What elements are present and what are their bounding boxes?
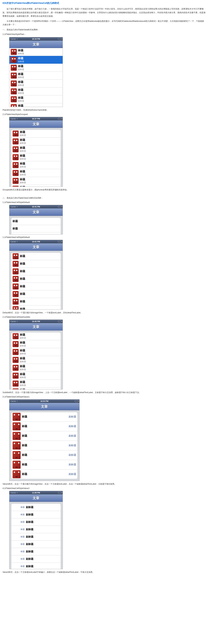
cell-text-label: 标题 <box>18 96 61 100</box>
table-row[interactable]: 标题副标题 <box>11 431 78 441</box>
table-row[interactable]: 标题 <box>11 275 61 283</box>
table-row[interactable]: 标题副标题 <box>11 130 61 138</box>
cell-image <box>12 253 19 259</box>
table-row[interactable]: 标题副标题 <box>9 96 63 103</box>
table-row[interactable]: 标题副标题 <box>11 356 61 364</box>
table-row[interactable]: 标题副标题 <box>11 138 61 146</box>
cell-detail-label: 副标题 <box>18 52 61 55</box>
table-row[interactable]: 标题 <box>11 218 61 225</box>
table-row[interactable]: 标题 <box>11 298 61 306</box>
table-row[interactable]: 标题副标题 <box>9 64 63 72</box>
status-bar: Carrier ᯤ10:45 PM <box>9 320 63 323</box>
table-row[interactable]: 标题副标题 <box>11 380 61 388</box>
table-row[interactable]: 标题副标题 <box>11 526 61 533</box>
table-row[interactable]: 标题 <box>11 252 61 260</box>
table-row[interactable]: 标题副标题 <box>11 372 61 380</box>
table-row[interactable]: 标题副标题 <box>11 533 61 540</box>
status-bar: Carrier ᯤ10:41 PM <box>9 205 63 208</box>
cell-detail-label: 副标题 <box>20 134 59 137</box>
table-row[interactable]: 标题副标题 <box>11 348 61 356</box>
table-row[interactable]: 标题副标题 <box>11 540 61 548</box>
phone-plain: Carrier ᯤ10:34 PM 文章 标题副标题标题副标题标题副标题标题副标… <box>9 37 63 107</box>
cell-text-label: 标题 <box>20 349 59 352</box>
tableview-value2[interactable]: 标题副标题标题副标题标题副标题标题副标题标题副标题标题副标题标题副标题标题副标题… <box>9 502 63 569</box>
table-row[interactable]: 标题副标题 <box>11 161 61 169</box>
subtitle-desc: Subtitle样式：左边一个显示图片的imageView，上边一个主标题tex… <box>2 391 206 394</box>
tableview-value1[interactable]: 标题副标题标题副标题标题副标题标题副标题标题副标题标题副标题标题副标题 <box>9 410 79 481</box>
table-row[interactable]: 标题副标题 <box>9 88 63 96</box>
default-desc: Default样式：左边一个显示图片的imageView，一个标题textLab… <box>2 311 206 314</box>
cell-image <box>12 298 19 304</box>
table-row[interactable]: 标题副标题 <box>11 177 61 185</box>
cell-detail-label: 副标题 <box>26 520 33 524</box>
table-row[interactable]: 标题副标题 <box>11 555 61 563</box>
table-row[interactable]: 标题副标题 <box>11 511 61 518</box>
cell-text-label: 标题 <box>20 372 59 376</box>
table-row[interactable]: 标题 <box>11 225 61 232</box>
cell-text-label: 标题 <box>22 415 69 418</box>
table-row[interactable]: 标题副标题 <box>11 450 78 460</box>
table-row[interactable]: 标题副标题 <box>11 518 61 526</box>
battery-icon <box>58 38 62 40</box>
table-row[interactable]: 标题 <box>11 268 61 275</box>
cell-value1-label: 3.UITableViewCellStyleValue1: <box>2 396 206 398</box>
tableview-plain[interactable]: 标题副标题标题副标题标题副标题标题副标题标题副标题标题副标题标题副标题标题副标题… <box>9 48 63 107</box>
cell-image <box>11 57 17 63</box>
table-row[interactable]: 标题副标题 <box>9 72 63 80</box>
cell-detail-label: 副标题 <box>26 513 33 516</box>
tableview-subtitle[interactable]: 标题副标题标题副标题标题副标题标题副标题标题副标题标题副标题标题副标题标题副标题 <box>9 330 63 389</box>
table-row[interactable]: 标题 <box>11 290 61 298</box>
table-row[interactable]: 标题副标题 <box>9 80 63 88</box>
cell-text-label: 标题 <box>13 565 25 568</box>
cell-text-label: 标题 <box>22 434 69 438</box>
battery-icon <box>58 492 62 494</box>
table-row[interactable]: 标题副标题 <box>11 332 61 340</box>
table-row[interactable]: 标题副标题 <box>11 169 61 177</box>
table-row[interactable]: 标题副标题 <box>11 460 78 470</box>
cell-text-label: 标题 <box>20 357 59 360</box>
table-row[interactable]: 标题副标题 <box>11 185 61 186</box>
table-row[interactable]: 标题副标题 <box>9 48 63 56</box>
cell-detail-label: 副标题 <box>20 360 59 363</box>
table-row[interactable]: 标题副标题 <box>11 441 78 450</box>
table-row[interactable]: 标题副标题 <box>11 548 61 555</box>
tableview-default[interactable]: 标题标题标题标题标题标题标题标题 <box>9 251 63 310</box>
table-row[interactable]: 标题副标题 <box>11 563 61 569</box>
table-row[interactable]: 标题副标题 <box>11 153 61 161</box>
table-row[interactable]: 标题 <box>11 232 61 234</box>
table-row[interactable]: 标题副标题 <box>11 422 78 431</box>
cell-text-label: 标题 <box>20 333 59 336</box>
table-row[interactable]: 标题 <box>11 306 61 310</box>
cell-text-label: 标题 <box>20 341 59 344</box>
cell-image <box>12 291 19 297</box>
cell-image <box>12 276 19 282</box>
cell-image <box>12 130 19 136</box>
nav-bar: 文章 <box>9 494 63 502</box>
cell-image <box>12 422 21 430</box>
cell-detail-label: 副标题 <box>18 76 61 79</box>
table-row[interactable]: 标题副标题 <box>11 146 61 153</box>
table-row[interactable]: 标题副标题 <box>9 56 63 64</box>
wifi-icon: ᯤ <box>16 118 18 120</box>
table-row[interactable]: 标题副标题 <box>11 470 78 479</box>
cell-detail-label: 副标题 <box>69 454 76 456</box>
cell-detail-label: 副标题 <box>20 368 59 371</box>
cell-text-label: 标题 <box>18 80 61 84</box>
table-row[interactable]: 标题副标题 <box>11 364 61 372</box>
table-row[interactable]: 标题副标题 <box>11 504 61 511</box>
cell-image <box>11 88 17 94</box>
wifi-icon: ᯤ <box>16 320 18 322</box>
cell-detail-label: 副标题 <box>18 68 61 71</box>
phone-value1: Carrier ᯤ10:53 PM 文章 标题副标题标题副标题标题副标题标题副标… <box>9 399 80 481</box>
tableview-grouped[interactable]: 标题副标题标题副标题标题副标题标题副标题标题副标题标题副标题标题副标题标题副标题 <box>9 128 63 186</box>
table-row[interactable]: 标题副标题 <box>11 388 61 389</box>
table-row[interactable]: 标题 <box>11 260 61 268</box>
table-row[interactable]: 标题副标题 <box>9 103 63 107</box>
wifi-icon: ᯤ <box>16 206 18 208</box>
cell-detail-label: 副标题 <box>20 352 59 355</box>
table-row[interactable]: 标题副标题 <box>11 412 78 422</box>
table-row[interactable]: 标题 <box>11 283 61 290</box>
cell-image <box>12 178 19 184</box>
table-row[interactable]: 标题副标题 <box>11 340 61 348</box>
tableview-default-small[interactable]: 标题标题标题 <box>9 216 63 234</box>
